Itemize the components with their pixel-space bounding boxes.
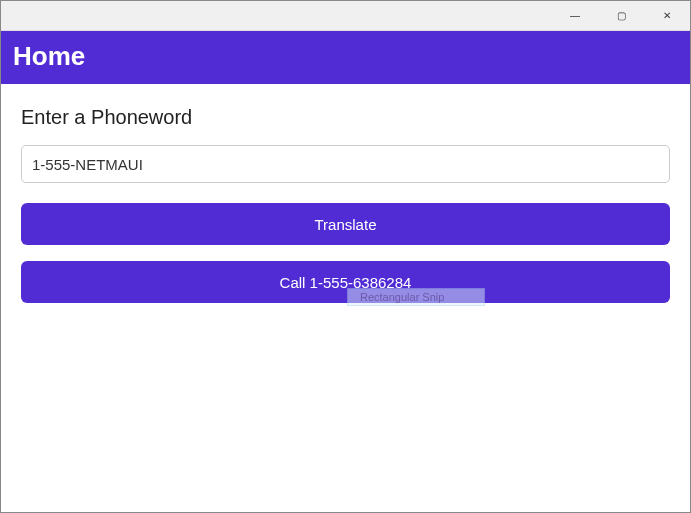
window-titlebar: — ▢ ✕ <box>1 1 690 31</box>
main-content: Enter a Phoneword Translate Call 1-555-6… <box>1 84 690 341</box>
prompt-label: Enter a Phoneword <box>21 106 670 129</box>
translate-button[interactable]: Translate <box>21 203 670 245</box>
app-bar: Home <box>1 31 690 84</box>
maximize-icon: ▢ <box>617 10 626 21</box>
maximize-button[interactable]: ▢ <box>598 1 644 31</box>
phoneword-input[interactable] <box>21 145 670 183</box>
snip-mode-tooltip: Rectangular Snip <box>347 288 485 306</box>
call-button[interactable]: Call 1-555-6386284 <box>21 261 670 303</box>
minimize-icon: — <box>570 10 580 21</box>
close-icon: ✕ <box>663 10 671 21</box>
page-title: Home <box>13 41 678 72</box>
minimize-button[interactable]: — <box>552 1 598 31</box>
close-button[interactable]: ✕ <box>644 1 690 31</box>
